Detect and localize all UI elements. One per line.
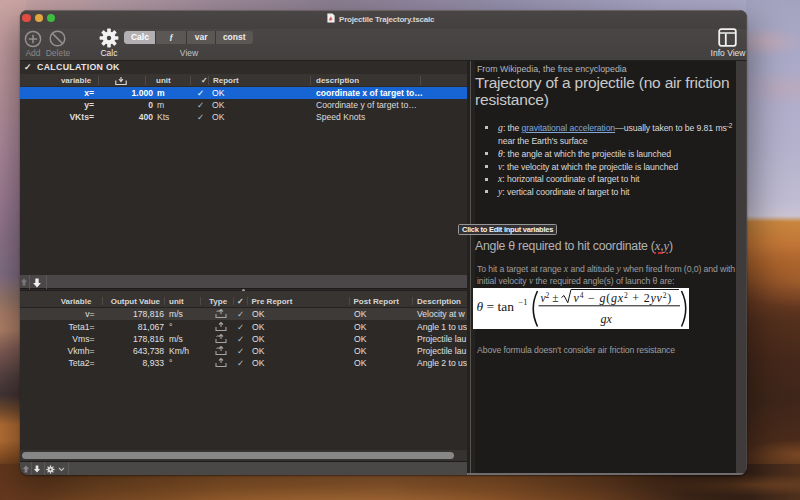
svg-text:v4 − g(gx2 + 2yv2): v4 − g(gx2 + 2yv2) (574, 291, 673, 305)
svg-text:−1: −1 (519, 297, 528, 307)
svg-text:θ = tan: θ = tan (477, 299, 515, 314)
svg-text:v2 ±: v2 ± (541, 291, 559, 304)
svg-text:gx: gx (601, 312, 613, 326)
